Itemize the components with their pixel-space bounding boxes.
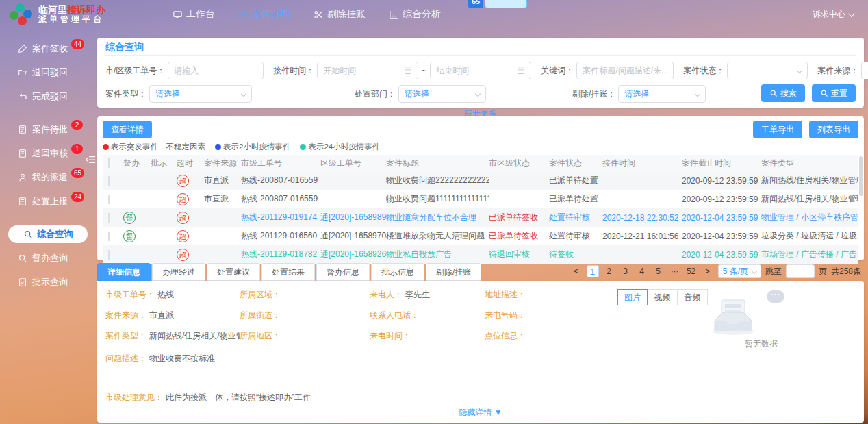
search-icon [18, 253, 27, 263]
tab-instruction-info[interactable]: 批示信息 [371, 263, 424, 281]
city-status: 待退回审核 [489, 249, 549, 260]
notification-count-badge[interactable]: 65 [468, 0, 483, 8]
media-tab-audio[interactable]: 音频 [678, 289, 708, 305]
user-icon [18, 173, 27, 182]
calendar-icon [404, 66, 412, 75]
city-status: 已派单待签收 [489, 230, 549, 242]
logo-title-part2: 接诉即办 [67, 4, 105, 15]
sidebar-item-case-sign[interactable]: 案件签收44 [18, 40, 90, 58]
view-detail-button[interactable]: 查看详情 [103, 121, 152, 138]
end-time-input[interactable]: 结束时间 [430, 62, 531, 79]
remove-select[interactable]: 请选择 [618, 85, 706, 103]
table-row[interactable]: 超 市直派 热线-200807-016559 物业收费问题22222222222… [103, 171, 858, 190]
nav-analysis[interactable]: 综合分析 [389, 8, 441, 21]
top-header: 临河里接诉即办 派单管理平台 工作台 案件办理 剔除挂账 综合分析 诉 [0, 0, 868, 29]
table-row[interactable]: 超 热线-201129-018782 通[2020]-1658926 物业私自投… [103, 245, 858, 264]
order-no-input[interactable]: 请输入 [168, 62, 264, 79]
prev-page-button[interactable]: < [570, 265, 583, 277]
row-checkbox[interactable] [108, 176, 110, 186]
next-page-button[interactable]: > [702, 265, 714, 277]
table-scrollbar[interactable] [859, 156, 863, 196]
search-icon [23, 229, 33, 239]
row-checkbox[interactable] [108, 195, 110, 204]
row-checkbox[interactable] [108, 213, 110, 223]
export-order-button[interactable]: 工单导出 [753, 121, 802, 138]
total-count: 共258条 [831, 266, 861, 277]
tab-dispose-result[interactable]: 处置结果 [261, 263, 315, 281]
case-status-select[interactable] [727, 62, 808, 79]
page-size-select[interactable]: 5 条/页 [718, 264, 761, 278]
sidebar-item-my-dispatch[interactable]: 我的派遣65 [18, 169, 90, 186]
scissors-icon [314, 10, 324, 20]
problem-value: 物业收费不按标准 [149, 353, 215, 364]
page-button[interactable]: 3 [620, 265, 632, 277]
badge: 44 [71, 39, 84, 49]
sidebar-item-return-reject[interactable]: 退回驳回 [18, 64, 90, 82]
nav-case-handling[interactable]: 案件办理 [238, 8, 290, 21]
table-row[interactable]: 督 超 热线-201129-019174 通[2020]-1658989 物业随… [103, 208, 858, 227]
chevron-down-icon [848, 10, 855, 17]
query-title: 综合查询 [105, 38, 856, 56]
tab-remove-pending[interactable]: 剔除/挂账 [426, 263, 481, 281]
page-button[interactable]: 4 [636, 265, 648, 277]
sidebar-item-return-review[interactable]: 退回审核1 [18, 145, 90, 162]
sidebar-item-comprehensive-query[interactable]: 综合查询 [8, 225, 88, 243]
empty-text: 暂无数据 [706, 338, 816, 350]
tab-dispose-suggestion[interactable]: 处置建议 [207, 263, 260, 281]
collapse-sidebar-icon[interactable] [85, 155, 96, 164]
remove-label: 剔除/挂账： [572, 88, 615, 100]
tab-supervise-info[interactable]: 督办信息 [316, 263, 370, 281]
chevron-down-icon [475, 91, 481, 97]
start-time-input[interactable]: 开始时间 [317, 62, 418, 79]
page-button[interactable]: 1 [587, 265, 599, 277]
jump-page-input[interactable] [786, 264, 815, 278]
nav-workbench[interactable]: 工作台 [173, 8, 215, 21]
row-checkbox[interactable] [108, 232, 110, 241]
select-all-checkbox[interactable] [108, 158, 110, 168]
order-no-label: 市/区级工单号： [105, 65, 165, 77]
sidebar-item-instruction-query[interactable]: 批示查询 [18, 273, 90, 291]
blue-dot-icon [215, 144, 221, 150]
sidebar-item-supervise-query[interactable]: 督办查询 [18, 249, 90, 267]
search-icon [820, 89, 828, 97]
nav-remove-pending[interactable]: 剔除挂账 [314, 8, 366, 21]
mail-icon [238, 10, 248, 20]
opinion-value: 此件为接派一体，请按照“接述即办”工作 [166, 392, 311, 403]
type-value: 新闻热线/住房相关/物业管 [149, 330, 240, 342]
media-panel: 图片 视频 音频 暂无数据 ··· [617, 289, 856, 420]
media-tab-image[interactable]: 图片 [617, 289, 648, 305]
table-row[interactable]: 督 超 热线-201129-016560 通[2020]-1658970 楼道堆… [103, 227, 858, 245]
notification-bubble[interactable] [485, 0, 527, 8]
detail-fields: 市级工单号：热线 所属区域： 来电人：李先生 地址描述： 案件来源：市直派 所属… [105, 289, 617, 420]
caller-value: 李先生 [405, 289, 430, 301]
reset-button[interactable]: 重置 [812, 84, 856, 102]
hide-detail-link[interactable]: 隐藏详情 ▼ [97, 407, 864, 419]
sidebar-item-case-pending[interactable]: 案件待批2 [18, 121, 90, 138]
page-button[interactable]: 2 [603, 265, 615, 277]
case-status-label: 案件状态： [683, 65, 724, 77]
table-row[interactable]: 超 市直派 热线-200807-016559 物业收费问题11111111111… [103, 190, 858, 208]
page-button[interactable]: 5 [652, 265, 665, 277]
search-button[interactable]: 搜索 [761, 84, 805, 102]
tab-handle-process[interactable]: 办理经过 [152, 263, 205, 281]
sidebar-item-dispose-report[interactable]: 处置上报24 [18, 192, 90, 210]
file-check-icon [18, 277, 27, 287]
main-content: 综合查询 市/区级工单号： 请输入 接件时间： 开始时间 ~ 结束时间 关键词：… [97, 29, 864, 423]
page-ellipsis[interactable]: ··· [669, 265, 681, 277]
row-checkbox[interactable] [108, 250, 110, 260]
keyword-input[interactable]: 案件标题/问题描述/来... [576, 62, 674, 79]
media-tab-video[interactable]: 视频 [648, 289, 678, 305]
case-type-select[interactable]: 请选择 [149, 85, 252, 103]
tab-detail-info[interactable]: 详细信息 [97, 263, 151, 281]
case-table-panel: 查看详情 工单导出 列表导出 表示突发事件，不稳定因素 表示2小时疫情事件 表示… [97, 116, 864, 260]
export-list-button[interactable]: 列表导出 [809, 121, 858, 138]
user-center-menu[interactable]: 诉求中心 [813, 9, 853, 21]
sidebar-item-finish-reject[interactable]: 完成驳回 [18, 88, 90, 105]
logo-title-part1: 临河里 [38, 4, 67, 15]
table-header: 督办 批示 超时 案件来源 市级工单号 区级工单号 案件标题 市区级状态 案件状… [103, 155, 858, 171]
page-button[interactable]: 52 [685, 265, 698, 277]
dept-select[interactable]: 请选择 [398, 85, 486, 103]
overtime-seal: 超 [177, 249, 189, 261]
case-source-select[interactable] [861, 62, 868, 79]
app-root: 临河里接诉即办 派单管理平台 工作台 案件办理 剔除挂账 综合分析 诉 [0, 0, 868, 424]
